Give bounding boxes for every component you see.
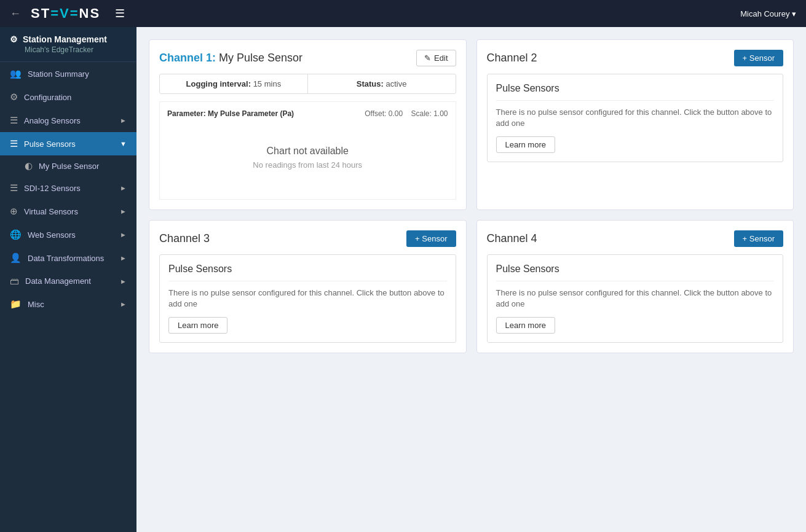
sidebar-item-data-transformations[interactable]: 👤 Data Transformations ► (0, 246, 136, 270)
sidebar-item-configuration[interactable]: ⚙ Configuration (0, 85, 136, 109)
logging-interval-label: Logging interval: (186, 79, 251, 88)
virtual-sensors-chevron: ► (120, 208, 127, 215)
pulse-sensors-desc-ch3: There is no pulse sensor configured for … (168, 288, 447, 310)
status-value: active (385, 79, 406, 88)
channel-2-title: Channel 2 (487, 52, 537, 65)
channels-grid: Channel 1: My Pulse Sensor ✎ Edit Loggin… (149, 39, 794, 353)
analog-sensors-chevron: ► (120, 117, 127, 124)
pulse-sensors-box-ch3: Pulse Sensors There is no pulse sensor c… (159, 254, 456, 343)
pulse-sensors-icon: ☰ (10, 138, 18, 149)
data-management-icon: 🗃 (10, 276, 19, 286)
sidebar: ⚙ Station Management Micah's EdgeTracker… (0, 27, 136, 532)
station-management-label: Station Management (23, 34, 107, 44)
nav-left: ← ST=V=NS ☰ (10, 6, 125, 22)
channel-1-name: My Pulse Sensor (219, 52, 302, 64)
sidebar-item-my-pulse-sensor[interactable]: ◐ My Pulse Sensor (0, 155, 136, 176)
main-content: Channel 1: My Pulse Sensor ✎ Edit Loggin… (136, 27, 806, 532)
sidebar-item-web-sensors[interactable]: 🌐 Web Sensors ► (0, 223, 136, 246)
top-navigation: ← ST=V=NS ☰ Micah Courey ▾ (0, 0, 806, 27)
data-management-label: Data Management (25, 276, 91, 286)
sidebar-item-misc[interactable]: 📁 Misc ► (0, 292, 136, 316)
pulse-sensors-chevron: ▼ (120, 140, 127, 147)
analog-sensors-label: Analog Sensors (24, 116, 81, 125)
user-menu[interactable]: Micah Courey ▾ (740, 9, 796, 18)
pencil-icon: ✎ (424, 53, 431, 63)
misc-icon: 📁 (10, 299, 22, 310)
my-pulse-sensor-label: My Pulse Sensor (39, 162, 99, 171)
chart-meta: Parameter: My Pulse Parameter (Pa) Offse… (167, 109, 448, 118)
learn-more-button-ch2[interactable]: Learn more (496, 136, 555, 153)
add-sensor-button-ch3[interactable]: + Sensor (406, 230, 456, 247)
chart-main-text: Chart not available (267, 146, 349, 157)
sidebar-item-virtual-sensors[interactable]: ⊕ Virtual Sensors ► (0, 200, 136, 223)
pulse-sensors-label: Pulse Sensors (24, 139, 76, 149)
channel-3-title: Channel 3 (159, 232, 210, 245)
pulse-sensors-desc-ch4: There is no pulse sensor configured for … (496, 288, 775, 310)
chart-sub-text: No readings from last 24 hours (253, 160, 362, 170)
hamburger-icon[interactable]: ☰ (115, 7, 125, 20)
logging-interval-cell: Logging interval: 15 mins (160, 74, 308, 93)
station-sub-label: Micah's EdgeTracker (10, 45, 127, 54)
misc-chevron: ► (120, 300, 127, 308)
channel-2-card: Channel 2 + Sensor Pulse Sensors There i… (476, 39, 794, 210)
offset-label: Offset: 0.00 (365, 109, 403, 118)
data-management-chevron: ► (120, 278, 127, 285)
channel-2-label: Channel 2 (487, 52, 537, 64)
channel-4-header: Channel 4 + Sensor (487, 230, 784, 247)
channel-1-header: Channel 1: My Pulse Sensor ✎ Edit (159, 50, 456, 66)
back-button[interactable]: ← (10, 7, 21, 20)
pulse-sensors-box-ch2: Pulse Sensors There is no pulse sensor c… (487, 74, 784, 162)
sidebar-item-analog-sensors[interactable]: ☰ Analog Sensors ► (0, 109, 136, 132)
web-sensors-icon: 🌐 (10, 229, 22, 240)
edit-button[interactable]: ✎ Edit (416, 50, 456, 66)
learn-more-button-ch3[interactable]: Learn more (168, 317, 227, 334)
add-sensor-button-ch4[interactable]: + Sensor (734, 230, 783, 247)
virtual-sensors-icon: ⊕ (10, 206, 18, 217)
pulse-sensors-box-ch4: Pulse Sensors There is no pulse sensor c… (487, 254, 784, 343)
station-mgmt-icon: ⚙ (10, 34, 18, 44)
data-transformations-chevron: ► (120, 254, 127, 262)
configuration-icon: ⚙ (10, 92, 18, 103)
sidebar-item-sdi12-sensors[interactable]: ☰ SDI-12 Sensors ► (0, 176, 136, 200)
channel-3-label: Channel 3 (159, 232, 210, 244)
pulse-sensors-title-ch4: Pulse Sensors (496, 264, 775, 275)
station-management-title: ⚙ Station Management (10, 34, 127, 44)
main-layout: ⚙ Station Management Micah's EdgeTracker… (0, 27, 806, 532)
learn-more-button-ch4[interactable]: Learn more (496, 317, 555, 334)
scale-label: Scale: 1.00 (411, 109, 448, 118)
pulse-sensors-title-ch2: Pulse Sensors (496, 83, 775, 94)
channel-4-label: Channel 4 (487, 232, 537, 244)
channel-1-title: Channel 1: My Pulse Sensor (159, 52, 302, 65)
channel-4-title: Channel 4 (487, 232, 537, 245)
edit-label: Edit (434, 53, 448, 63)
channel-1-card: Channel 1: My Pulse Sensor ✎ Edit Loggin… (149, 39, 467, 210)
sdi12-icon: ☰ (10, 182, 18, 194)
sdi12-chevron: ► (120, 184, 127, 192)
configuration-label: Configuration (24, 93, 71, 102)
web-sensors-chevron: ► (120, 231, 127, 238)
pulse-sensors-title-ch3: Pulse Sensors (168, 264, 447, 275)
chart-param-label: Parameter: My Pulse Parameter (Pa) (167, 109, 294, 118)
logging-interval-value: 15 mins (253, 79, 282, 88)
chart-unavailable: Chart not available No readings from las… (167, 123, 448, 192)
chart-area: Parameter: My Pulse Parameter (Pa) Offse… (159, 101, 456, 200)
status-label: Status: (357, 79, 384, 88)
add-sensor-button-ch2[interactable]: + Sensor (734, 50, 783, 66)
chart-scale-offset: Offset: 0.00 Scale: 1.00 (365, 109, 448, 118)
channel-4-card: Channel 4 + Sensor Pulse Sensors There i… (476, 220, 794, 353)
channel-2-header: Channel 2 + Sensor (487, 50, 784, 66)
my-pulse-sensor-icon: ◐ (25, 160, 33, 171)
status-cell: Status: active (308, 74, 456, 93)
web-sensors-label: Web Sensors (28, 230, 76, 240)
sidebar-item-station-summary[interactable]: 👥 Station Summary (0, 62, 136, 85)
logo: ST=V=NS (31, 6, 100, 22)
data-transformations-label: Data Transformations (28, 254, 104, 263)
channel-3-header: Channel 3 + Sensor (159, 230, 456, 247)
sidebar-item-data-management[interactable]: 🗃 Data Management ► (0, 270, 136, 292)
channel-3-card: Channel 3 + Sensor Pulse Sensors There i… (149, 220, 467, 353)
sdi12-label: SDI-12 Sensors (24, 184, 81, 193)
channel-1-label: Channel 1: (159, 52, 216, 64)
data-transformations-icon: 👤 (10, 252, 22, 264)
analog-sensors-icon: ☰ (10, 115, 18, 126)
sidebar-item-pulse-sensors[interactable]: ☰ Pulse Sensors ▼ (0, 132, 136, 155)
